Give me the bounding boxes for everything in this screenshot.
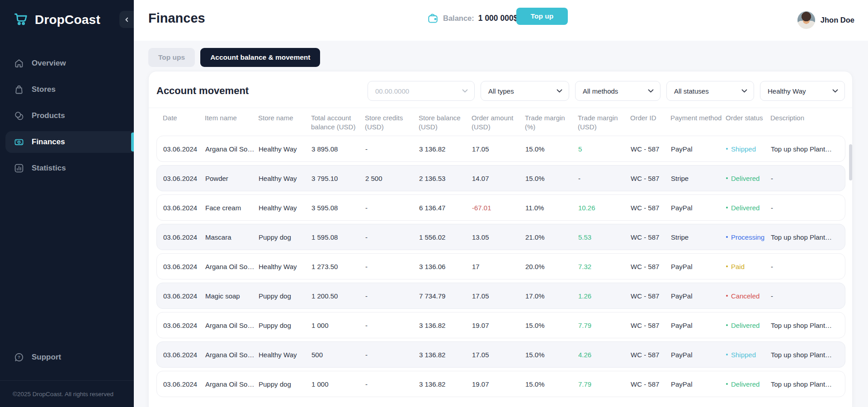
cell-margin_pct: 15.0% (525, 175, 578, 182)
panel-title: Account movement (156, 85, 249, 97)
cell-status: Delivered (726, 380, 771, 388)
table-row[interactable]: 03.06.2024Argana Oil So…Healthy Way3 895… (156, 136, 845, 162)
chevron-down-icon (462, 89, 468, 93)
status-filter-dropdown[interactable]: All statuses (666, 81, 754, 101)
status-dot-icon (726, 148, 728, 150)
sidebar-nav: Overview Stores Products Finances Sta (0, 52, 134, 179)
cell-status: Delivered (726, 322, 771, 329)
support-icon: ? (14, 352, 24, 363)
store-filter-dropdown[interactable]: Healthy Way (760, 81, 845, 101)
cell-credits: - (365, 380, 419, 388)
cell-order_amount: 19.07 (472, 322, 525, 329)
table-row[interactable]: 03.06.2024Face creamHealthy Way3 595.08-… (156, 194, 845, 221)
main-area: Finances Balance: 1 000 000$ Top up Jhon… (134, 0, 868, 407)
column-header: Trade margin (%) (525, 114, 578, 131)
cart-logo-icon (13, 11, 29, 29)
cell-date: 03.06.2024 (163, 233, 205, 241)
table-row[interactable]: 03.06.2024PowderHealthy Way3 795.102 500… (156, 165, 845, 191)
header: Finances Balance: 1 000 000$ Top up Jhon… (134, 0, 868, 41)
cell-total_balance: 500 (311, 351, 365, 359)
cell-store_balance: 3 136.82 (419, 322, 472, 329)
method-filter-dropdown[interactable]: All methods (575, 81, 660, 101)
sidebar-item-support[interactable]: ? Support (0, 346, 134, 368)
cell-item: Mascara (205, 233, 259, 241)
cell-payment: PayPal (671, 322, 726, 329)
svg-text:?: ? (18, 355, 20, 360)
cell-order_amount: 17 (472, 263, 525, 270)
cell-total_balance: 1 595.08 (311, 233, 365, 241)
cell-order_amount: 17.05 (472, 145, 525, 153)
type-filter-dropdown[interactable]: All types (481, 81, 569, 101)
table-row[interactable]: 03.06.2024Magic soapPuppy dog1 200.50-7 … (156, 283, 845, 309)
cell-order_id: WC - 587 (631, 292, 671, 300)
cell-description: - (771, 175, 845, 182)
cell-item: Argana Oil So… (205, 351, 259, 359)
cell-order_id: WC - 587 (631, 263, 671, 270)
cell-store: Healthy Way (259, 145, 311, 153)
cell-margin_pct: 11.0% (525, 204, 578, 212)
cell-item: Powder (205, 175, 259, 182)
cell-status: Processing (726, 233, 771, 241)
vertical-scrollbar[interactable] (849, 144, 852, 180)
cell-total_balance: 1 000 (311, 380, 365, 388)
cell-description: - (771, 292, 845, 300)
date-filter-dropdown[interactable]: 00.00.0000 (368, 81, 475, 101)
column-header: Trade margin (USD) (578, 114, 630, 131)
sidebar-divider (0, 380, 134, 381)
method-filter-value: All methods (583, 87, 618, 95)
sidebar-item-products[interactable]: Products (0, 105, 134, 127)
top-up-button[interactable]: Top up (516, 8, 568, 25)
user-menu[interactable]: Jhon Doe (797, 11, 854, 29)
cell-margin_usd: 7.79 (578, 380, 631, 388)
sidebar-item-overview[interactable]: Overview (0, 52, 134, 74)
sidebar-item-finances[interactable]: Finances (5, 131, 134, 153)
status-filter-value: All statuses (674, 87, 709, 95)
sidebar-collapse-button[interactable] (119, 11, 134, 28)
status-dot-icon (726, 177, 728, 179)
chevron-down-icon (832, 89, 838, 93)
chevron-down-icon (648, 89, 654, 93)
column-header: Payment method (670, 114, 726, 131)
tab-account-balance-movement[interactable]: Account balance & movement (200, 48, 320, 67)
cell-store: Puppy dog (259, 380, 311, 388)
store-filter-value: Healthy Way (768, 87, 806, 95)
cell-credits: - (365, 145, 419, 153)
cell-store: Puppy dog (259, 233, 311, 241)
cell-description: - (771, 204, 845, 212)
table-row[interactable]: 03.06.2024MascaraPuppy dog1 595.08-1 556… (156, 224, 845, 250)
cell-status: Delivered (726, 204, 771, 212)
chevron-left-icon (123, 16, 130, 23)
cell-order_amount: 17.05 (472, 292, 525, 300)
table-row[interactable]: 03.06.2024Argana Oil So…Puppy dog1 000-3… (156, 312, 845, 338)
table-row[interactable]: 03.06.2024Argana Oil So…Healthy Way500-3… (156, 341, 845, 368)
cell-description: Top up shop Plant… (771, 322, 845, 329)
cell-margin_pct: 15.0% (525, 380, 578, 388)
table-row[interactable]: 03.06.2024Argana Oil So…Puppy dog1 000-3… (156, 371, 845, 397)
column-header: Order ID (630, 114, 670, 131)
tab-top-ups[interactable]: Top ups (148, 48, 195, 67)
table-row[interactable]: 03.06.2024Argana Oil So…Healthy Way1 273… (156, 253, 845, 279)
cell-store: Healthy Way (259, 351, 311, 359)
cell-payment: PayPal (671, 263, 726, 270)
cell-credits: - (365, 292, 419, 300)
status-dot-icon (726, 383, 728, 385)
cell-description: Top up shop Plant… (771, 233, 845, 241)
sidebar-item-stores[interactable]: Stores (0, 79, 134, 100)
page-title: Finances (148, 11, 205, 26)
cell-margin_usd: 7.79 (578, 322, 631, 329)
cell-status: Delivered (726, 175, 771, 182)
balance-label: Balance: (443, 14, 474, 23)
cell-item: Argana Oil So… (205, 145, 259, 153)
sidebar-item-label: Products (32, 111, 65, 120)
cell-order_amount: 13.05 (472, 233, 525, 241)
cell-store_balance: 3 136.82 (419, 351, 472, 359)
cell-total_balance: 1 000 (311, 322, 365, 329)
type-filter-value: All types (488, 87, 514, 95)
cell-credits: - (365, 204, 419, 212)
cell-store_balance: 1 556.02 (419, 233, 472, 241)
cell-store: Healthy Way (259, 204, 311, 212)
cell-description: Top up shop Plant… (771, 380, 845, 388)
cell-margin_pct: 15.0% (525, 145, 578, 153)
cell-credits: - (365, 233, 419, 241)
sidebar-item-statistics[interactable]: Statistics (0, 157, 134, 179)
